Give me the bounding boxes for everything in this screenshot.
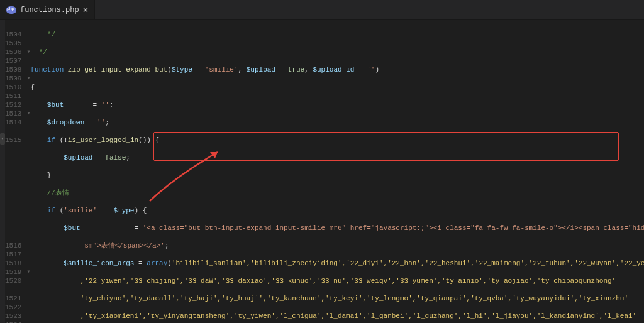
ln-blank — [5, 233, 21, 241]
tab-bar: functions.php ✕ — [0, 0, 644, 20]
ln-blank — [5, 215, 21, 224]
code-text: */ — [30, 31, 55, 38]
line-number: 1509 — [5, 74, 21, 83]
line-number: 1517 — [5, 250, 21, 259]
t: ) { — [134, 207, 147, 214]
ln-blank — [5, 224, 21, 233]
line-number: 1518 — [5, 259, 21, 268]
line-number: 1511 — [5, 92, 21, 101]
t: $but — [64, 224, 80, 232]
t — [30, 260, 64, 267]
t: $upload — [64, 154, 92, 162]
ln-blank — [5, 153, 21, 162]
t: $dropdown — [47, 119, 84, 126]
t: ; — [105, 119, 109, 126]
t: if — [47, 207, 55, 214]
ln-blank — [5, 180, 21, 189]
t: = — [192, 66, 205, 74]
t — [30, 224, 64, 232]
t: '<a class="but btn-input-expand input-sm… — [143, 224, 644, 232]
ln-blank — [5, 285, 21, 294]
t: , — [304, 66, 313, 74]
t: 'smilie' — [64, 207, 97, 214]
line-number: 1507 — [5, 57, 21, 65]
t: $type — [113, 207, 134, 214]
php-icon — [6, 6, 16, 14]
line-number: 1505 — [5, 39, 21, 48]
code-content[interactable]: */ */ function zib_get_input_expand_but(… — [30, 20, 644, 323]
t: //表情 — [30, 189, 69, 197]
t: = — [134, 260, 147, 267]
t: = — [64, 101, 101, 109]
t: = — [84, 119, 97, 126]
t: == — [97, 207, 113, 214]
t: ; — [165, 242, 169, 249]
panel-handle-icon[interactable]: ‹ — [0, 133, 5, 145]
ln-blank — [5, 197, 21, 206]
t — [30, 119, 47, 126]
line-number: 1506 — [5, 48, 21, 57]
t — [30, 101, 47, 109]
t: '' — [367, 66, 375, 74]
t: ( — [55, 207, 64, 214]
t: = — [275, 66, 288, 74]
t: ( — [167, 260, 172, 267]
t: '' — [97, 119, 105, 126]
t: = — [354, 66, 367, 74]
ln-blank — [5, 127, 21, 136]
ln-blank — [5, 206, 21, 215]
line-number: 1521 — [5, 294, 21, 303]
t: '' — [101, 101, 109, 109]
ln-blank — [5, 171, 21, 180]
line-number: 1514 — [5, 118, 21, 127]
t: 'bilibili_sanlian','bilibili_zheciyiding… — [172, 260, 644, 267]
line-number: 1504 — [5, 30, 21, 39]
t: $upload — [247, 66, 275, 74]
t — [30, 207, 47, 214]
line-number: 1520 — [5, 276, 21, 285]
line-number: 1510 — [5, 83, 21, 92]
t: function — [30, 66, 67, 74]
t: array — [147, 260, 167, 267]
t: ; — [126, 154, 130, 162]
t: false — [105, 154, 126, 162]
line-number: 1512 — [5, 101, 21, 109]
ln-blank — [5, 145, 21, 153]
t: , — [238, 66, 247, 74]
t: 'smilie' — [205, 66, 238, 74]
t: ,'ty_xiaomieni','ty_yinyangtansheng','ty… — [30, 312, 636, 320]
t: true — [288, 66, 304, 74]
ln-blank — [5, 162, 21, 171]
t: $smilie_icon_args — [64, 260, 134, 267]
line-number: 1519 — [5, 268, 21, 276]
line-number: 1523 — [5, 312, 21, 320]
t: } — [30, 172, 51, 179]
t: $type — [172, 66, 192, 74]
editor-area: ‹ 1504 1505 1506 1507 1508 1509 1510 151… — [0, 20, 644, 323]
line-number — [5, 21, 21, 30]
t: { — [30, 84, 35, 91]
tab-label: functions.php — [20, 6, 79, 14]
t: ,'22_yiwen','33_chijing','33_daW','33_da… — [30, 277, 616, 285]
t: 'ty_chiyao','ty_dacall','ty_haji','ty_hu… — [30, 295, 628, 302]
t: $but — [47, 101, 64, 109]
t: = — [92, 154, 105, 162]
t — [30, 136, 47, 144]
line-number: 1516 — [5, 241, 21, 250]
t: zib_get_input_expand_but — [68, 66, 167, 74]
t: -sm">表情</span></a>' — [30, 242, 164, 249]
close-icon[interactable]: ✕ — [83, 6, 88, 14]
line-number-gutter: 1504 1505 1506 1507 1508 1509 1510 1511 … — [5, 20, 26, 323]
line-number: 1508 — [5, 65, 21, 74]
line-number: 1515 — [5, 136, 21, 145]
t: = — [80, 224, 143, 232]
t: ) — [375, 66, 379, 74]
t: ; — [109, 101, 114, 109]
t: (! — [55, 136, 68, 144]
line-number: 1522 — [5, 303, 21, 312]
t: ( — [167, 66, 172, 74]
tab-functions-php[interactable]: functions.php ✕ — [0, 0, 95, 19]
annotation-arrow-icon — [112, 137, 200, 194]
t: is_user_logged_in — [68, 136, 138, 144]
t: $upload_id — [313, 66, 354, 74]
